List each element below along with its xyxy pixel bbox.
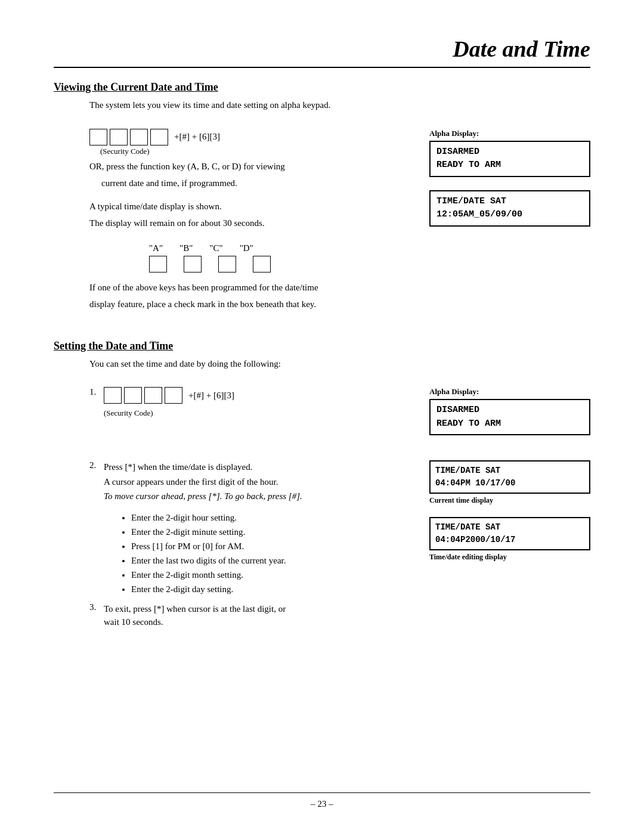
step3-text: To exit, press [*] when cursor is at the… bbox=[104, 602, 417, 616]
func-key-label-d: "D" bbox=[240, 243, 253, 253]
step2-num: 2. bbox=[89, 460, 104, 470]
func-key-label-a: "A" bbox=[149, 243, 163, 253]
bullet-month: Enter the 2-digit month setting. bbox=[131, 568, 417, 582]
bullet-day: Enter the 2-digit day setting. bbox=[131, 582, 417, 596]
viewing-col-right: Alpha Display: DISARMED READY TO ARM TIM… bbox=[429, 129, 590, 233]
section-setting: Setting the Date and Time You can set th… bbox=[54, 340, 590, 633]
func-key-box-a bbox=[149, 256, 167, 272]
set-key-box-4 bbox=[165, 387, 182, 404]
display-panel-current-time: TIME/DATE SAT 04:04PM 10/17/00 bbox=[429, 460, 590, 494]
viewing-col-left: +[#] + [6][3] (Security Code) OR, press … bbox=[54, 129, 429, 234]
set-key-box-2 bbox=[124, 387, 142, 404]
set-key-box-3 bbox=[144, 387, 162, 404]
security-code-setting: (Security Code) bbox=[104, 408, 417, 418]
bullet-minute: Enter the 2-digit minute setting. bbox=[131, 525, 417, 539]
func-key-boxes-row bbox=[149, 256, 590, 272]
display-line-disarmed-2: DISARMED bbox=[436, 404, 583, 417]
setting-keypad-suffix: +[#] + [6][3] bbox=[188, 389, 234, 402]
display-remain: The display will remain on for about 30 … bbox=[89, 216, 417, 230]
key-box-3 bbox=[130, 129, 148, 145]
alpha-display-label-2: Alpha Display: bbox=[429, 387, 590, 397]
display-timedate-line2: 12:05AM_05/09/00 bbox=[436, 208, 583, 222]
setting-col-right-1: Alpha Display: DISARMED READY TO ARM bbox=[429, 387, 590, 441]
bullet-hour: Enter the 2-digit hour setting. bbox=[131, 510, 417, 525]
display-line-disarmed-1: DISARMED bbox=[436, 145, 583, 159]
step2-sub: A cursor appears under the first digit o… bbox=[104, 475, 417, 489]
footer-page-number: – 23 – bbox=[311, 799, 333, 809]
setting-two-col-2: 2. Press [*] when the time/date is displ… bbox=[54, 460, 590, 633]
step2-bullets: Enter the 2-digit hour setting. Enter th… bbox=[119, 510, 417, 596]
intro-text-setting: You can set the time and date by doing t… bbox=[89, 357, 590, 371]
display-timedate-line1: TIME/DATE SAT bbox=[436, 195, 583, 209]
func-key-box-c bbox=[218, 256, 236, 272]
func-key-note-1: If one of the above keys has been progra… bbox=[89, 281, 590, 295]
or-text-2: current date and time, if programmed. bbox=[101, 176, 417, 190]
key-box-4 bbox=[150, 129, 168, 145]
display-current-line2: 04:04PM 10/17/00 bbox=[435, 477, 584, 490]
func-keys-area: "A" "B" "C" "D" bbox=[149, 243, 590, 272]
display-current-line1: TIME/DATE SAT bbox=[435, 465, 584, 477]
display-line-ready-1: READY TO ARM bbox=[436, 159, 583, 172]
security-code-viewing: (Security Code) bbox=[100, 147, 417, 156]
step2-text: Press [*] when the time/date is displaye… bbox=[104, 460, 417, 474]
page-title: Date and Time bbox=[54, 36, 590, 68]
intro-text-viewing: The system lets you view its time and da… bbox=[89, 98, 590, 112]
set-key-box-1 bbox=[104, 387, 122, 404]
or-text-1: OR, press the function key (A, B, C, or … bbox=[89, 160, 417, 174]
display-edit-line2: 04:04P2000/10/17 bbox=[435, 534, 584, 546]
step3-item: 3. To exit, press [*] when cursor is at … bbox=[89, 602, 417, 629]
step2-content: Press [*] when the time/date is displaye… bbox=[104, 460, 417, 503]
step1-item: 1. +[#] + [6][3] bbox=[89, 387, 417, 405]
step3-text2: wait 10 seconds. bbox=[104, 615, 417, 629]
keypad-suffix-viewing: +[#] + [6][3] bbox=[174, 132, 220, 142]
func-key-label-b: "B" bbox=[179, 243, 193, 253]
step1-num: 1. bbox=[89, 387, 104, 397]
display-line-ready-2: READY TO ARM bbox=[436, 417, 583, 431]
step3-num: 3. bbox=[89, 602, 104, 612]
step1-content: +[#] + [6][3] bbox=[104, 387, 417, 405]
bullet-pm-am: Press [1] for PM or [0] for AM. bbox=[131, 539, 417, 553]
setting-two-col-1: 1. +[#] + [6][3] (Security Code) Alph bbox=[54, 387, 590, 441]
page: Date and Time Viewing the Current Date a… bbox=[0, 0, 644, 833]
section-viewing: Viewing the Current Date and Time The sy… bbox=[54, 81, 590, 311]
alpha-display-label-1: Alpha Display: bbox=[429, 129, 590, 138]
typical-text: A typical time/date display is shown. bbox=[89, 200, 417, 213]
key-box-1 bbox=[89, 129, 107, 145]
display-panel-disarmed-2: DISARMED READY TO ARM bbox=[429, 399, 590, 435]
setting-col-right-2: TIME/DATE SAT 04:04PM 10/17/00 Current t… bbox=[429, 460, 590, 566]
footer: – 23 – bbox=[54, 792, 590, 809]
display-current-caption: Current time display bbox=[429, 496, 590, 505]
func-key-note-2: display feature, place a check mark in t… bbox=[89, 298, 590, 311]
display-panel-timedate-1: TIME/DATE SAT 12:05AM_05/09/00 bbox=[429, 190, 590, 227]
section-heading-viewing: Viewing the Current Date and Time bbox=[54, 81, 590, 94]
func-key-label-c: "C" bbox=[209, 243, 222, 253]
display-edit-caption: Time/date editing display bbox=[429, 553, 590, 562]
func-key-labels-row: "A" "B" "C" "D" bbox=[149, 243, 590, 253]
func-key-box-d bbox=[253, 256, 271, 272]
step3-content: To exit, press [*] when cursor is at the… bbox=[104, 602, 417, 629]
key-box-2 bbox=[110, 129, 128, 145]
section-heading-setting: Setting the Date and Time bbox=[54, 340, 590, 352]
bullet-year: Enter the last two digits of the current… bbox=[131, 553, 417, 568]
viewing-two-col: +[#] + [6][3] (Security Code) OR, press … bbox=[54, 129, 590, 234]
step2-item: 2. Press [*] when the time/date is displ… bbox=[89, 460, 417, 503]
viewing-keypad-row: +[#] + [6][3] bbox=[89, 129, 417, 145]
display-edit-line1: TIME/DATE SAT bbox=[435, 521, 584, 534]
display-panel-edit-time: TIME/DATE SAT 04:04P2000/10/17 bbox=[429, 517, 590, 550]
setting-col-left-2: 2. Press [*] when the time/date is displ… bbox=[54, 460, 429, 633]
step2-italic: To move cursor ahead, press [*]. To go b… bbox=[104, 490, 417, 503]
display-panel-disarmed-1: DISARMED READY TO ARM bbox=[429, 141, 590, 177]
setting-col-left-1: 1. +[#] + [6][3] (Security Code) bbox=[54, 387, 429, 422]
func-key-box-b bbox=[184, 256, 202, 272]
setting-keypad-row: +[#] + [6][3] bbox=[104, 387, 417, 404]
